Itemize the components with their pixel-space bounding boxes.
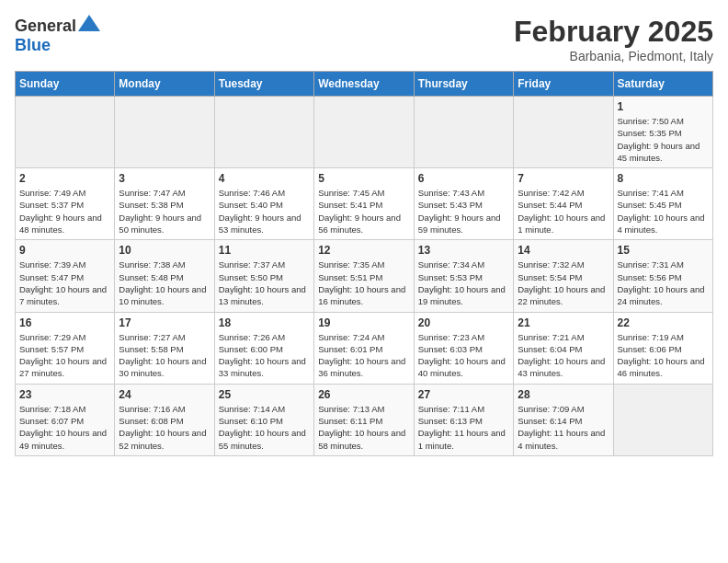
day-info: Sunrise: 7:43 AM Sunset: 5:43 PM Dayligh… (418, 187, 509, 236)
day-number: 23 (19, 388, 110, 401)
day-number: 12 (318, 244, 410, 257)
day-number: 9 (19, 244, 110, 257)
calendar-cell: 2Sunrise: 7:49 AM Sunset: 5:37 PM Daylig… (16, 168, 115, 240)
calendar-week-row: 9Sunrise: 7:39 AM Sunset: 5:47 PM Daylig… (16, 240, 713, 312)
weekday-header-friday: Friday (514, 72, 613, 97)
weekday-header-saturday: Saturday (613, 72, 713, 97)
calendar-cell: 7Sunrise: 7:42 AM Sunset: 5:44 PM Daylig… (514, 168, 613, 240)
day-number: 21 (518, 316, 609, 329)
day-number: 2 (19, 172, 110, 185)
day-number: 4 (219, 172, 310, 185)
day-number: 11 (219, 244, 310, 257)
day-info: Sunrise: 7:42 AM Sunset: 5:44 PM Dayligh… (518, 187, 609, 236)
day-info: Sunrise: 7:23 AM Sunset: 6:03 PM Dayligh… (418, 331, 509, 380)
calendar-cell: 11Sunrise: 7:37 AM Sunset: 5:50 PM Dayli… (214, 240, 313, 312)
calendar-cell (115, 97, 214, 168)
day-number: 25 (219, 388, 310, 401)
day-number: 15 (618, 244, 710, 257)
calendar-cell: 22Sunrise: 7:19 AM Sunset: 6:06 PM Dayli… (613, 312, 713, 384)
calendar-cell (314, 97, 415, 168)
calendar-cell: 28Sunrise: 7:09 AM Sunset: 6:14 PM Dayli… (514, 384, 613, 455)
day-number: 1 (618, 100, 710, 113)
day-info: Sunrise: 7:24 AM Sunset: 6:01 PM Dayligh… (318, 331, 410, 380)
day-number: 13 (418, 244, 509, 257)
calendar-table: SundayMondayTuesdayWednesdayThursdayFrid… (15, 71, 713, 456)
calendar-cell: 13Sunrise: 7:34 AM Sunset: 5:53 PM Dayli… (414, 240, 513, 312)
day-info: Sunrise: 7:37 AM Sunset: 5:50 PM Dayligh… (219, 259, 310, 307)
weekday-header-monday: Monday (115, 72, 214, 97)
logo: General Blue (15, 15, 100, 55)
calendar-cell: 4Sunrise: 7:46 AM Sunset: 5:40 PM Daylig… (214, 168, 313, 240)
day-info: Sunrise: 7:47 AM Sunset: 5:38 PM Dayligh… (119, 187, 210, 236)
day-number: 17 (119, 316, 210, 329)
calendar-cell: 14Sunrise: 7:32 AM Sunset: 5:54 PM Dayli… (514, 240, 613, 312)
calendar-cell: 26Sunrise: 7:13 AM Sunset: 6:11 PM Dayli… (314, 384, 415, 455)
weekday-header-row: SundayMondayTuesdayWednesdayThursdayFrid… (16, 72, 713, 97)
location-subtitle: Barbania, Piedmont, Italy (514, 49, 713, 63)
day-number: 28 (518, 388, 609, 401)
calendar-cell (214, 97, 313, 168)
day-info: Sunrise: 7:14 AM Sunset: 6:10 PM Dayligh… (219, 403, 310, 452)
logo-icon (78, 15, 100, 31)
weekday-header-tuesday: Tuesday (214, 72, 313, 97)
weekday-header-thursday: Thursday (414, 72, 513, 97)
title-area: February 2025 Barbania, Piedmont, Italy (514, 15, 713, 63)
calendar-cell: 19Sunrise: 7:24 AM Sunset: 6:01 PM Dayli… (314, 312, 415, 384)
calendar-cell: 9Sunrise: 7:39 AM Sunset: 5:47 PM Daylig… (16, 240, 115, 312)
day-number: 26 (318, 388, 410, 401)
weekday-header-sunday: Sunday (16, 72, 115, 97)
weekday-header-wednesday: Wednesday (314, 72, 415, 97)
day-info: Sunrise: 7:35 AM Sunset: 5:51 PM Dayligh… (318, 259, 410, 307)
day-info: Sunrise: 7:26 AM Sunset: 6:00 PM Dayligh… (219, 331, 310, 380)
month-year-title: February 2025 (514, 15, 713, 49)
logo-blue: Blue (15, 36, 51, 54)
day-number: 6 (418, 172, 509, 185)
calendar-cell (16, 97, 115, 168)
day-info: Sunrise: 7:09 AM Sunset: 6:14 PM Dayligh… (518, 403, 609, 452)
calendar-cell: 15Sunrise: 7:31 AM Sunset: 5:56 PM Dayli… (613, 240, 713, 312)
day-info: Sunrise: 7:34 AM Sunset: 5:53 PM Dayligh… (418, 259, 509, 307)
day-info: Sunrise: 7:16 AM Sunset: 6:08 PM Dayligh… (119, 403, 210, 452)
svg-marker-0 (78, 15, 100, 31)
calendar-cell: 21Sunrise: 7:21 AM Sunset: 6:04 PM Dayli… (514, 312, 613, 384)
calendar-cell: 12Sunrise: 7:35 AM Sunset: 5:51 PM Dayli… (314, 240, 415, 312)
day-number: 16 (19, 316, 110, 329)
day-info: Sunrise: 7:32 AM Sunset: 5:54 PM Dayligh… (518, 259, 609, 307)
calendar-cell: 8Sunrise: 7:41 AM Sunset: 5:45 PM Daylig… (613, 168, 713, 240)
calendar-cell: 25Sunrise: 7:14 AM Sunset: 6:10 PM Dayli… (214, 384, 313, 455)
calendar-cell: 10Sunrise: 7:38 AM Sunset: 5:48 PM Dayli… (115, 240, 214, 312)
day-info: Sunrise: 7:46 AM Sunset: 5:40 PM Dayligh… (219, 187, 310, 236)
calendar-cell: 18Sunrise: 7:26 AM Sunset: 6:00 PM Dayli… (214, 312, 313, 384)
calendar-week-row: 23Sunrise: 7:18 AM Sunset: 6:07 PM Dayli… (16, 384, 713, 455)
calendar-cell (613, 384, 713, 455)
calendar-cell: 1Sunrise: 7:50 AM Sunset: 5:35 PM Daylig… (613, 97, 713, 168)
day-number: 22 (618, 316, 710, 329)
day-info: Sunrise: 7:38 AM Sunset: 5:48 PM Dayligh… (119, 259, 210, 307)
day-number: 10 (119, 244, 210, 257)
day-info: Sunrise: 7:41 AM Sunset: 5:45 PM Dayligh… (618, 187, 710, 236)
logo-general: General (15, 17, 76, 35)
day-number: 20 (418, 316, 509, 329)
calendar-cell: 24Sunrise: 7:16 AM Sunset: 6:08 PM Dayli… (115, 384, 214, 455)
calendar-week-row: 1Sunrise: 7:50 AM Sunset: 5:35 PM Daylig… (16, 97, 713, 168)
page-header: General Blue February 2025 Barbania, Pie… (15, 15, 713, 63)
day-info: Sunrise: 7:18 AM Sunset: 6:07 PM Dayligh… (19, 403, 110, 452)
calendar-cell: 27Sunrise: 7:11 AM Sunset: 6:13 PM Dayli… (414, 384, 513, 455)
day-info: Sunrise: 7:39 AM Sunset: 5:47 PM Dayligh… (19, 259, 110, 307)
day-number: 14 (518, 244, 609, 257)
day-number: 19 (318, 316, 410, 329)
calendar-cell: 5Sunrise: 7:45 AM Sunset: 5:41 PM Daylig… (314, 168, 415, 240)
calendar-cell: 3Sunrise: 7:47 AM Sunset: 5:38 PM Daylig… (115, 168, 214, 240)
day-number: 18 (219, 316, 310, 329)
day-info: Sunrise: 7:49 AM Sunset: 5:37 PM Dayligh… (19, 187, 110, 236)
calendar-cell (514, 97, 613, 168)
calendar-cell: 16Sunrise: 7:29 AM Sunset: 5:57 PM Dayli… (16, 312, 115, 384)
calendar-cell (414, 97, 513, 168)
logo-text: General Blue (15, 15, 100, 55)
day-info: Sunrise: 7:19 AM Sunset: 6:06 PM Dayligh… (618, 331, 710, 380)
calendar-cell: 6Sunrise: 7:43 AM Sunset: 5:43 PM Daylig… (414, 168, 513, 240)
day-info: Sunrise: 7:50 AM Sunset: 5:35 PM Dayligh… (618, 115, 710, 164)
day-info: Sunrise: 7:29 AM Sunset: 5:57 PM Dayligh… (19, 331, 110, 380)
day-number: 7 (518, 172, 609, 185)
calendar-cell: 20Sunrise: 7:23 AM Sunset: 6:03 PM Dayli… (414, 312, 513, 384)
